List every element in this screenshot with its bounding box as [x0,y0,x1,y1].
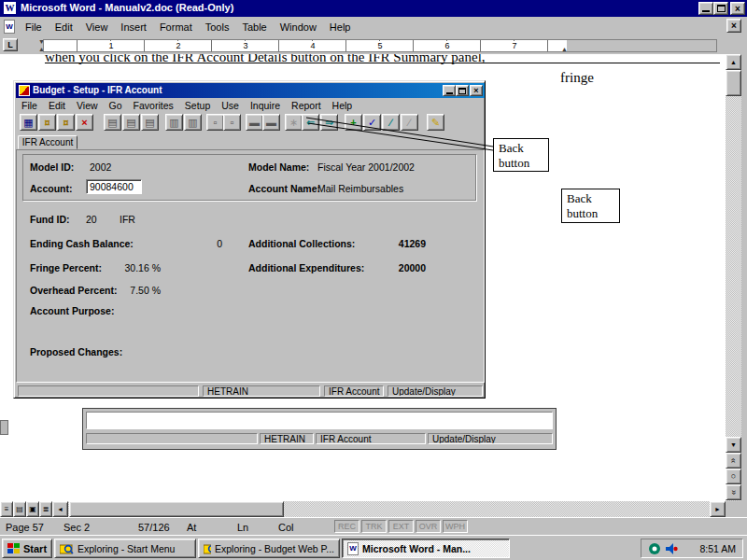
taskbar-clock[interactable]: 8:51 AM [699,543,736,554]
menu-edit[interactable]: Edit [49,19,79,35]
budget-close-button[interactable]: × [470,85,483,96]
menu-insert[interactable]: Insert [114,19,153,35]
list-view-button-1[interactable]: ▤ [104,114,121,131]
key-button-1[interactable]: ¤ [38,114,56,131]
taskbar-item-microsoft-word[interactable]: W Microsoft Word - Man... [342,539,510,558]
budget-menu-help[interactable]: Help [327,99,359,112]
save-button[interactable]: ▦ [20,114,37,131]
add-row-button[interactable]: + [345,114,362,131]
budget-menu-use[interactable]: Use [216,99,245,112]
web-layout-view-button[interactable]: ▤ [13,501,26,517]
ending-cash-balance-label: Ending Cash Balance: [30,238,134,249]
budget-window-fragment-screenshot[interactable]: HETRAIN IFR Account Update/Display [82,408,557,450]
refresh-icon: ∗ [286,115,302,130]
panel-button-2[interactable]: ▬ [262,114,280,131]
back-button[interactable]: ⇐ [302,114,319,131]
start-button[interactable]: Start [2,539,52,558]
slash-icon: ∕ [383,115,399,130]
minimize-icon [702,10,710,12]
slash-button-1[interactable]: ∕ [382,114,400,131]
right-indent-marker[interactable]: ▲ [561,46,568,52]
minimize-button[interactable] [698,2,713,15]
budget-maximize-button[interactable] [456,85,469,96]
window-button-2[interactable]: ▫ [223,114,241,131]
list-view-button-2[interactable]: ▤ [122,114,140,131]
maximize-icon [458,88,466,94]
budget-window-screenshot[interactable]: Budget - Setup - IFR Account × File Edit… [13,80,486,399]
callout-back-button-1[interactable]: Back button [493,138,549,172]
forward-icon: ⇒ [321,115,337,130]
trk-toggle[interactable]: TRK [361,520,387,533]
select-browse-object-button[interactable]: ○ [726,469,741,484]
tray-status-icon-2[interactable] [665,542,678,555]
scroll-right-button[interactable]: ► [710,501,726,517]
grid-view-button-2[interactable]: ▥ [184,114,202,131]
budget-menu-edit[interactable]: Edit [43,99,71,112]
grid-view-button-1[interactable]: ▥ [165,114,183,131]
menu-help[interactable]: Help [323,19,358,35]
status-cell-empty [86,433,258,444]
vertical-scrollbar[interactable]: ▲ ▼ » ○ » [726,54,741,501]
budget-form-panel: Model ID: 2002 Model Name: Fiscal Year 2… [16,149,485,383]
ovr-toggle[interactable]: OVR [416,520,441,533]
wph-toggle[interactable]: WPH [443,520,468,533]
print-layout-view-button[interactable]: ▣ [26,501,39,517]
document-icon[interactable]: W [4,20,15,34]
proposed-changes-label: Proposed Changes: [30,346,122,357]
key-button-2[interactable]: ¤ [57,114,75,131]
menu-view[interactable]: View [79,19,115,35]
budget-menu-inquire[interactable]: Inquire [245,99,286,112]
menu-tools[interactable]: Tools [199,19,236,35]
delete-button[interactable]: × [76,114,93,131]
window-button-1[interactable]: ▫ [206,114,224,131]
callout-back-button-2[interactable]: Back button [561,189,620,223]
budget-menu-file[interactable]: File [16,99,43,112]
task-label: Microsoft Word - Man... [362,543,471,554]
edit-button[interactable]: ✎ [427,114,444,131]
scroll-up-button[interactable]: ▲ [726,54,741,70]
budget-menu-setup[interactable]: Setup [179,99,216,112]
taskbar-item-exploring-budget-web[interactable]: Exploring - Budget Web P... [198,539,340,558]
document-page[interactable]: when you click on the IFR Account Detail… [0,54,726,501]
horizontal-scroll-thumb[interactable] [69,501,284,517]
window-icon: ▫ [207,115,223,130]
tab-ifr-account[interactable]: IFR Account [18,135,78,149]
refresh-button[interactable]: ∗ [285,114,303,131]
scroll-left-button[interactable]: ◄ [52,501,68,517]
normal-view-button[interactable]: ≡ [0,501,13,517]
document-close-button[interactable]: × [726,19,741,33]
forward-button[interactable]: ⇒ [320,114,338,131]
tab-selector-button[interactable]: L [3,38,18,51]
budget-minimize-button[interactable] [443,85,456,96]
outline-view-button[interactable]: ≣ [39,501,52,517]
horizontal-scrollbar[interactable]: ≡ ▤ ▣ ≣ ◄ ► [0,501,726,517]
menu-format[interactable]: Format [153,19,199,35]
budget-menu-favorites[interactable]: Favorites [128,99,179,112]
budget-menu-go[interactable]: Go [104,99,128,112]
account-input[interactable] [86,179,142,194]
vertical-scroll-thumb[interactable] [726,70,741,96]
tray-status-icon-1[interactable] [648,542,661,555]
close-button[interactable]: × [730,2,745,15]
key-icon: ¤ [58,115,74,130]
menu-table[interactable]: Table [235,19,273,35]
budget-menu-report[interactable]: Report [286,99,327,112]
slash-button-2[interactable]: ∕ [401,114,418,131]
menu-file[interactable]: File [19,19,49,35]
taskbar-item-exploring-start-menu[interactable]: Exploring - Start Menu [54,539,196,558]
horizontal-ruler[interactable]: 1 2 3 4 5 6 7 [43,39,717,52]
ext-toggle[interactable]: EXT [388,520,414,533]
menu-window[interactable]: Window [274,19,323,35]
account-purpose-label: Account Purpose: [30,305,114,316]
panel-button-1[interactable]: ▬ [246,114,263,131]
next-page-button[interactable]: » [726,484,741,500]
budget-menu-view[interactable]: View [71,99,104,112]
previous-page-button[interactable]: » [726,453,741,469]
confirm-button[interactable]: ✓ [363,114,381,131]
maximize-button[interactable] [713,2,728,15]
scroll-down-button[interactable]: ▼ [726,437,741,453]
additional-expenditures-value: 20000 [372,262,426,273]
list-view-button-3[interactable]: ▤ [141,114,159,131]
rec-toggle[interactable]: REC [334,520,359,533]
word-app-icon[interactable]: W [4,2,16,14]
